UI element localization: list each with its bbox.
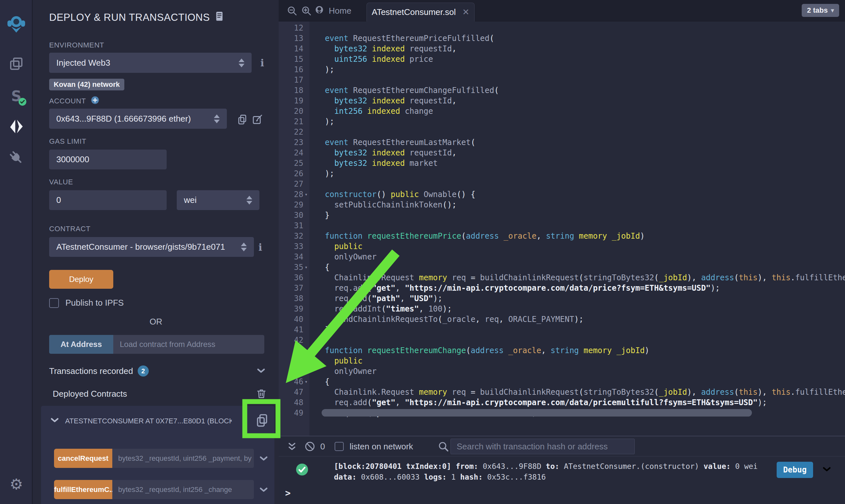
remix-ide-window: S ⚙ DEPLOY & RUN TRANSACTIONS ENVIRONMEN…	[0, 0, 845, 504]
file-explorer-icon[interactable]	[0, 56, 33, 72]
gas-limit-label: GAS LIMIT	[49, 137, 86, 146]
value-input[interactable]: 0	[49, 190, 167, 210]
line-number: 24	[279, 148, 304, 158]
listen-network-checkbox[interactable]	[334, 436, 344, 456]
terminal-log[interactable]: [block:20780401 txIndex:0] from: 0x643..…	[334, 461, 758, 483]
settings-gear-icon[interactable]: ⚙	[0, 477, 33, 492]
code-editor[interactable]: 1213event RequestEthereumPriceFulfilled(…	[279, 21, 845, 436]
select-stepper-icon	[239, 58, 244, 67]
environment-select[interactable]: Injected Web3	[49, 53, 252, 73]
fold-marker-icon[interactable]: ▾	[305, 377, 308, 387]
account-select[interactable]: 0x643...9F88D (1.666673996 ether)	[49, 109, 227, 129]
horizontal-scrollbar[interactable]	[322, 409, 752, 416]
copy-account-icon[interactable]	[237, 114, 248, 126]
contract-expand-chevron-icon[interactable]	[50, 415, 60, 427]
line-number: 16	[279, 65, 304, 75]
expand-params-chevron-icon[interactable]	[258, 453, 269, 465]
code-line: 13event RequestEthereumPriceFulfilled(	[279, 33, 845, 43]
line-number: 13	[279, 33, 304, 43]
deploy-button[interactable]: Deploy	[49, 270, 113, 289]
code-line: 37 req.add("get", "https://min-api.crypt…	[279, 283, 845, 293]
code-line: 32function requestEthereumPrice(address …	[279, 231, 845, 241]
line-number: 47	[279, 387, 304, 397]
caret-down-icon: ▾	[831, 7, 834, 14]
copy-deployed-contract-address-icon[interactable]	[255, 413, 270, 429]
solidity-compiler-icon[interactable]: S	[0, 88, 33, 106]
deploy-and-run-icon[interactable]	[0, 119, 33, 134]
clear-deployed-trash-icon[interactable]	[256, 388, 267, 401]
line-number: 28	[279, 189, 304, 200]
line-number: 22	[279, 127, 304, 137]
fold-marker-icon[interactable]: ▾	[305, 262, 308, 272]
environment-info-icon[interactable]: i	[260, 57, 264, 69]
publish-ipfs-checkbox[interactable]	[49, 298, 59, 308]
function-button-fulfillethereumchange[interactable]: fulfillEthereumC...	[54, 480, 112, 499]
pending-tx-count: 0	[320, 436, 325, 456]
zoom-in-icon[interactable]	[301, 0, 312, 21]
gas-limit-input[interactable]: 3000000	[49, 149, 167, 169]
code-line: 15 uint256 indexed price	[279, 54, 845, 65]
sign-message-icon[interactable]	[252, 114, 263, 126]
code-line: 24 bytes32 indexed requestId,	[279, 148, 845, 158]
line-number: 15	[279, 54, 304, 65]
home-tab-icon	[314, 5, 324, 17]
code-line: 30}	[279, 210, 845, 220]
line-number: 35	[279, 262, 304, 272]
editor-area: Home ATestnetConsumer.sol ✕ 2 tabs▾ 1213…	[279, 0, 845, 504]
environment-value: Injected Web3	[56, 58, 110, 68]
deployed-contract-header[interactable]: ATESTNETCONSUMER AT 0X7E7...E80D1 (BLOCK…	[50, 415, 232, 427]
expand-log-chevron-icon[interactable]	[822, 464, 832, 476]
function-button-cancelrequest[interactable]: cancelRequest	[54, 449, 112, 468]
code-line: 26);	[279, 168, 845, 179]
code-line: 42	[279, 335, 845, 345]
code-line: 17	[279, 75, 845, 85]
contract-select[interactable]: ATestnetConsumer - browser/gists/9b71e07…	[49, 237, 254, 257]
transactions-chevron-down-icon[interactable]	[256, 365, 266, 377]
tab-atestnetconsumer[interactable]: ATestnetConsumer.sol ✕	[366, 3, 475, 21]
documentation-icon[interactable]	[215, 11, 224, 24]
account-value: 0x643...9F88D (1.666673996 ether)	[56, 114, 191, 124]
terminal-search-input[interactable]	[450, 439, 635, 454]
code-line: 29 setPublicChainlinkToken();	[279, 200, 845, 210]
code-line: 40 sendChainlinkRequestTo(_oracle, req, …	[279, 314, 845, 325]
zoom-out-icon[interactable]	[287, 0, 297, 21]
line-number: 26	[279, 168, 304, 179]
deployed-contract-title: ATESTNETCONSUMER AT 0X7E7...E80D1 (BLOCK…	[65, 417, 232, 425]
line-number: 45	[279, 366, 304, 377]
contract-info-icon[interactable]: i	[258, 241, 262, 253]
code-line: 46▾{	[279, 377, 845, 387]
at-address-input[interactable]	[113, 335, 264, 354]
terminal-prompt[interactable]: >	[285, 488, 291, 499]
terminal: 0 listen on network [block:20780401 txIn…	[279, 436, 845, 504]
code-line: 43function requestEthereumChange(address…	[279, 345, 845, 356]
close-tab-icon[interactable]: ✕	[462, 7, 469, 17]
function-params-input[interactable]: bytes32 _requestId, int256 _change	[112, 480, 254, 499]
add-account-icon[interactable]	[90, 95, 100, 107]
debug-button[interactable]: Debug	[777, 462, 813, 478]
function-params-input[interactable]: bytes32 _requestId, uint256 _payment, by	[112, 449, 254, 468]
clear-console-icon[interactable]	[304, 436, 316, 456]
fold-marker-icon[interactable]: ▾	[305, 189, 308, 200]
terminal-collapse-icon[interactable]	[287, 436, 297, 456]
transactions-recorded-row[interactable]: Transactions recorded 2	[49, 365, 149, 377]
remix-logo-icon[interactable]	[0, 14, 33, 34]
tab-home[interactable]: Home	[314, 0, 351, 21]
expand-params-chevron-icon[interactable]	[258, 485, 269, 496]
line-number: 48	[279, 397, 304, 408]
line-number: 32	[279, 231, 304, 241]
publish-ipfs-row: Publish to IPFS	[49, 298, 124, 308]
publish-ipfs-label: Publish to IPFS	[65, 298, 124, 308]
terminal-log-line2: data: 0x608...60033 logs: 1 hash: 0x53c.…	[334, 472, 758, 483]
at-address-button[interactable]: At Address	[49, 335, 113, 354]
code-line: 20 int256 indexed change	[279, 106, 845, 116]
value-unit-select[interactable]: wei	[177, 190, 259, 210]
tabs-count-button[interactable]: 2 tabs▾	[802, 4, 839, 17]
terminal-log-line1: [block:20780401 txIndex:0] from: 0x643..…	[334, 461, 758, 472]
code-line: 28▾constructor() public Ownable() {	[279, 189, 845, 200]
account-label: ACCOUNT	[49, 95, 100, 107]
plugin-manager-icon[interactable]	[0, 150, 33, 165]
line-number: 21	[279, 116, 304, 127]
code-line: 14 bytes32 indexed requestId,	[279, 43, 845, 54]
editor-tabbar: Home ATestnetConsumer.sol ✕ 2 tabs▾	[279, 0, 845, 21]
line-number: 19	[279, 95, 304, 106]
